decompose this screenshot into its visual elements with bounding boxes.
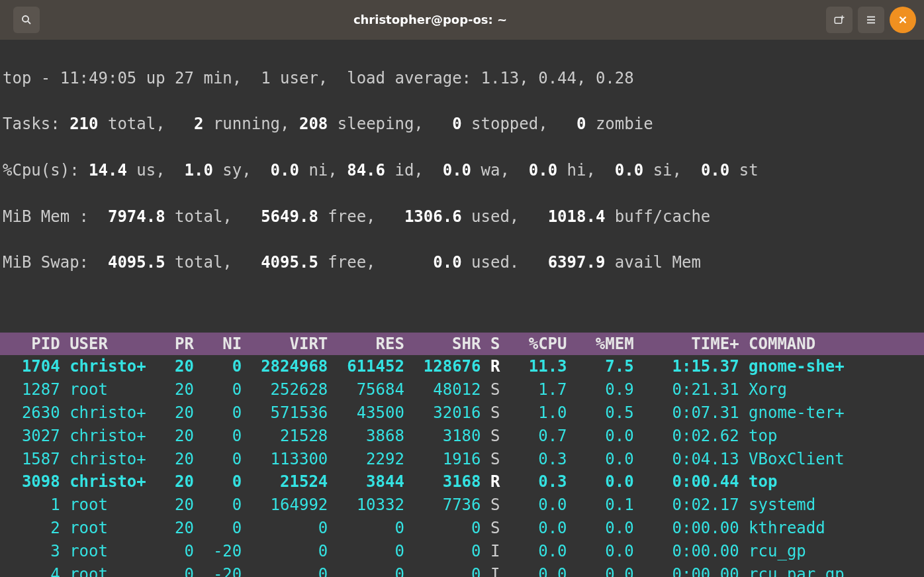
new-tab-button[interactable]	[826, 7, 853, 33]
close-button[interactable]	[890, 7, 916, 33]
process-table-body: 1704 christo+ 20 0 2824968 611452 128676…	[0, 355, 924, 577]
search-button[interactable]	[13, 7, 40, 33]
window-title: christopher@pop-os: ~	[40, 11, 821, 28]
process-row: 1587 christo+ 20 0 113300 2292 1916 S 0.…	[0, 448, 924, 471]
process-row: 2 root 20 0 0 0 0 S 0.0 0.0 0:00.00 kthr…	[0, 517, 924, 540]
terminal-output[interactable]: top - 11:49:05 up 27 min, 1 user, load a…	[0, 40, 924, 333]
summary-line-swap: MiB Swap: 4095.5 total, 4095.5 free, 0.0…	[3, 251, 921, 274]
process-row: 4 root 0 -20 0 0 0 I 0.0 0.0 0:00.00 rcu…	[0, 563, 924, 577]
close-icon	[897, 14, 909, 26]
summary-line-tasks: Tasks: 210 total, 2 running, 208 sleepin…	[3, 113, 921, 136]
summary-line-cpu: %Cpu(s): 14.4 us, 1.0 sy, 0.0 ni, 84.6 i…	[3, 159, 921, 182]
process-row: 3098 christo+ 20 0 21524 3844 3168 R 0.3…	[0, 470, 924, 494]
process-row: 1 root 20 0 164992 10332 7736 S 0.0 0.1 …	[0, 494, 924, 517]
svg-rect-2	[835, 17, 842, 23]
menu-button[interactable]	[858, 7, 884, 33]
process-row: 3 root 0 -20 0 0 0 I 0.0 0.0 0:00.00 rcu…	[0, 540, 924, 563]
search-icon	[21, 14, 32, 26]
titlebar: christopher@pop-os: ~	[0, 0, 924, 40]
new-tab-icon	[833, 14, 845, 26]
process-row: 2630 christo+ 20 0 571536 43500 32016 S …	[0, 401, 924, 425]
process-row: 1287 root 20 0 252628 75684 48012 S 1.7 …	[0, 378, 924, 401]
process-row: 3027 christo+ 20 0 21528 3868 3180 S 0.7…	[0, 425, 924, 448]
summary-line-top: top - 11:49:05 up 27 min, 1 user, load a…	[3, 67, 921, 90]
process-row: 1704 christo+ 20 0 2824968 611452 128676…	[0, 355, 924, 378]
hamburger-icon	[865, 14, 877, 26]
process-table-header[interactable]: PID USER PR NI VIRT RES SHR S %CPU %MEM …	[0, 333, 924, 356]
summary-line-mem: MiB Mem : 7974.8 total, 5649.8 free, 130…	[3, 205, 921, 229]
svg-point-0	[23, 16, 28, 22]
svg-line-1	[28, 21, 30, 24]
